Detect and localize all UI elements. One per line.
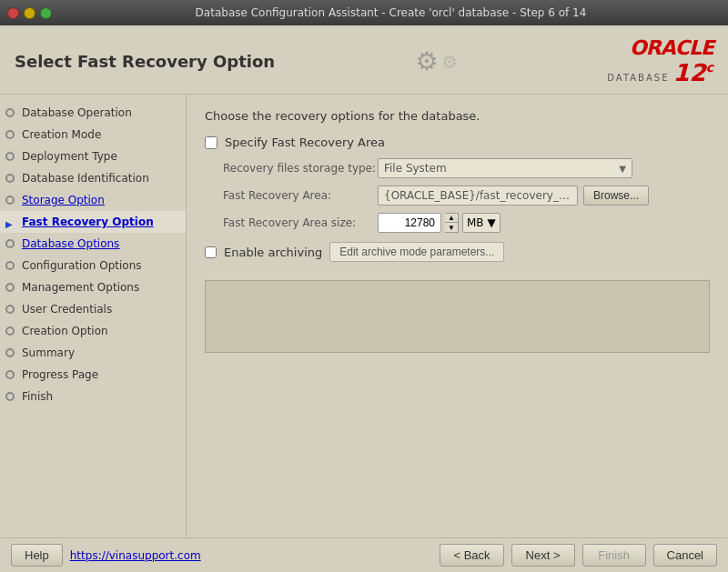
- recovery-files-label: Recovery files storage type:: [223, 162, 378, 175]
- sidebar-item-database-options[interactable]: Database Options: [0, 233, 186, 255]
- titlebar: Database Configuration Assistant - Creat…: [0, 0, 728, 25]
- recovery-files-value: File System: [384, 162, 447, 175]
- sidebar-item-creation-mode[interactable]: Creation Mode: [0, 124, 186, 146]
- oracle-logo-text: ORACLE: [630, 36, 713, 59]
- spinner-up-button[interactable]: ▲: [445, 214, 458, 223]
- fra-size-label: Fast Recovery Area size:: [223, 216, 378, 229]
- sidebar-dot: [5, 370, 15, 379]
- content-area: Database Operation Creation Mode Deploym…: [0, 95, 728, 537]
- recovery-files-control: File System ▼: [378, 158, 710, 178]
- sidebar-item-creation-option[interactable]: Creation Option: [0, 320, 186, 342]
- bottom-bar: Help https://vinasupport.com < Back Next…: [0, 537, 728, 572]
- sidebar-item-progress-page[interactable]: Progress Page: [0, 364, 186, 386]
- sidebar-item-fast-recovery-option[interactable]: Fast Recovery Option: [0, 211, 186, 233]
- fra-path-control: {ORACLE_BASE}/fast_recovery_area/{DB_UNI…: [378, 186, 710, 206]
- fra-size-input[interactable]: [378, 213, 441, 233]
- sidebar-item-configuration-options[interactable]: Configuration Options: [0, 255, 186, 276]
- recovery-files-row: Recovery files storage type: File System…: [205, 158, 710, 178]
- sidebar-dot: [5, 152, 15, 161]
- window-controls[interactable]: [7, 7, 52, 19]
- specify-fra-row: Specify Fast Recovery Area: [205, 135, 710, 149]
- oracle-database-text: DATABASE: [607, 73, 669, 83]
- enable-archiving-checkbox[interactable]: [205, 246, 217, 258]
- help-button[interactable]: Help: [11, 544, 63, 567]
- sidebar-dot: [5, 305, 15, 314]
- unit-value: MB: [467, 216, 484, 229]
- sidebar-item-summary[interactable]: Summary: [0, 342, 186, 364]
- unit-dropdown-icon: ▼: [488, 216, 496, 229]
- sidebar: Database Operation Creation Mode Deploym…: [0, 95, 187, 537]
- recovery-files-select[interactable]: File System ▼: [378, 158, 632, 178]
- edit-archive-button[interactable]: Edit archive mode parameters...: [329, 242, 504, 262]
- sidebar-dot: [5, 130, 15, 139]
- minimize-button[interactable]: [24, 7, 35, 19]
- window-title: Database Configuration Assistant - Creat…: [61, 6, 721, 19]
- header-decoration: ⚙ ⚙: [415, 46, 458, 76]
- spinner-buttons: ▲ ▼: [445, 213, 459, 233]
- specify-fra-checkbox[interactable]: [205, 136, 217, 149]
- sidebar-item-user-credentials[interactable]: User Credentials: [0, 298, 186, 320]
- sidebar-dot: [5, 174, 15, 183]
- sidebar-dot: [5, 196, 15, 205]
- database-options-link[interactable]: Database Options: [22, 237, 119, 250]
- sidebar-item-database-operation[interactable]: Database Operation: [0, 102, 186, 124]
- sidebar-dot: [5, 392, 15, 401]
- sidebar-dot: [5, 348, 15, 357]
- sidebar-item-management-options[interactable]: Management Options: [0, 276, 186, 298]
- fra-size-control: ▲ ▼ MB ▼: [378, 213, 710, 233]
- oracle-logo-sub: DATABASE 12c: [607, 59, 713, 86]
- dropdown-arrow-icon: ▼: [619, 164, 626, 174]
- sidebar-item-deployment-type[interactable]: Deployment Type: [0, 146, 186, 167]
- finish-button[interactable]: Finish: [582, 544, 646, 567]
- log-area: [205, 280, 710, 353]
- spinner-down-button[interactable]: ▼: [445, 223, 458, 232]
- size-field-container: ▲ ▼ MB ▼: [378, 213, 500, 233]
- maximize-button[interactable]: [40, 7, 52, 19]
- sidebar-dot: [5, 326, 15, 336]
- oracle-version: 12c: [672, 59, 713, 86]
- browse-button[interactable]: Browse...: [583, 186, 649, 206]
- oracle-version-sup: c: [706, 60, 713, 75]
- gear-icon-small: ⚙: [441, 51, 458, 73]
- gear-icon-large: ⚙: [415, 46, 438, 76]
- specify-fra-label[interactable]: Specify Fast Recovery Area: [225, 135, 385, 149]
- fra-path-field[interactable]: {ORACLE_BASE}/fast_recovery_area/{DB_UNI…: [378, 186, 578, 206]
- sidebar-dot: [5, 239, 15, 248]
- fra-path-label: Fast Recovery Area:: [223, 189, 378, 202]
- url-link[interactable]: https://vinasupport.com: [70, 549, 433, 562]
- cancel-button[interactable]: Cancel: [653, 544, 717, 567]
- sidebar-dot: [5, 283, 15, 292]
- close-button[interactable]: [7, 7, 19, 19]
- archive-row: Enable archiving Edit archive mode param…: [205, 242, 710, 262]
- back-button[interactable]: < Back: [440, 544, 503, 567]
- fra-size-row: Fast Recovery Area size: ▲ ▼ MB ▼: [205, 213, 710, 233]
- sidebar-arrow-dot: [5, 217, 15, 226]
- sidebar-dot: [5, 261, 15, 270]
- unit-select[interactable]: MB ▼: [462, 213, 500, 233]
- sidebar-dot: [5, 108, 15, 117]
- oracle-logo: ORACLE DATABASE 12c: [607, 36, 713, 86]
- fra-path-row: Fast Recovery Area: {ORACLE_BASE}/fast_r…: [205, 186, 710, 206]
- sidebar-item-storage-option[interactable]: Storage Option: [0, 189, 186, 211]
- main-panel: Choose the recovery options for the data…: [187, 95, 728, 537]
- main-container: Select Fast Recovery Option ⚙ ⚙ ORACLE D…: [0, 25, 728, 572]
- sidebar-item-finish[interactable]: Finish: [0, 386, 186, 407]
- page-header: Select Fast Recovery Option ⚙ ⚙ ORACLE D…: [0, 25, 728, 95]
- enable-archiving-label[interactable]: Enable archiving: [224, 246, 322, 259]
- page-title: Select Fast Recovery Option: [15, 52, 275, 71]
- storage-option-link[interactable]: Storage Option: [22, 194, 105, 206]
- next-button[interactable]: Next >: [511, 544, 575, 567]
- panel-description: Choose the recovery options for the data…: [205, 109, 710, 123]
- sidebar-item-database-identification[interactable]: Database Identification: [0, 167, 186, 189]
